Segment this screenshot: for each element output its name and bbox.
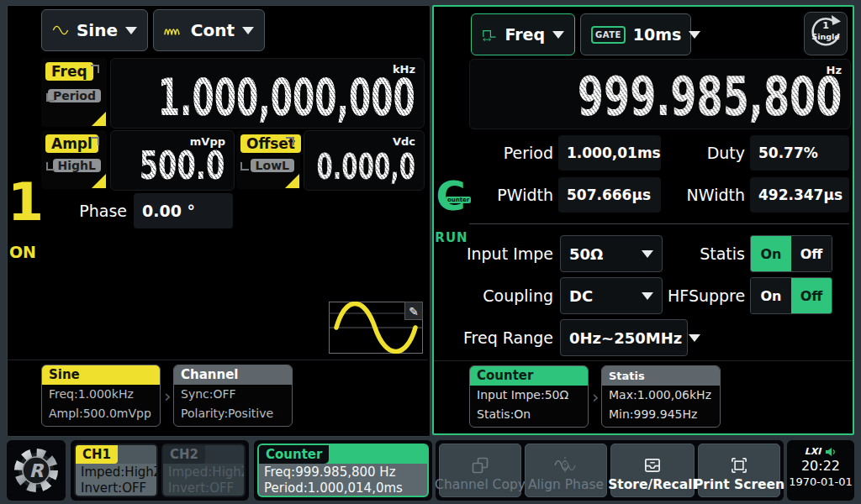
single-count: 1	[822, 20, 829, 31]
gate-time-select[interactable]: GATE 10ms	[580, 13, 691, 55]
input-impedance-label: Input Impe	[457, 235, 553, 272]
channel-number: 1	[8, 176, 38, 229]
divider	[434, 360, 853, 361]
chevron-down-icon	[689, 334, 700, 342]
tab-counter-info[interactable]: Counter Input Impe:50Ω Statis:On	[469, 365, 589, 428]
duty-label: Duty	[678, 134, 745, 171]
store-recall-button[interactable]: Store/Recall	[610, 444, 695, 497]
ampl-highl-softkey[interactable]: Ampl HighL	[41, 130, 107, 189]
corner-bracket	[91, 65, 99, 73]
counter-info-statis: Statis:On	[470, 405, 588, 424]
statis-toggle: On Off	[750, 235, 832, 272]
corner-bracket	[46, 162, 55, 171]
freq-period-softkey[interactable]: Freq Period	[41, 58, 107, 127]
system-date: 1970-01-01	[787, 475, 854, 488]
system-status-box: LXI 20:22 1970-01-01	[787, 440, 854, 501]
speaker-icon	[825, 447, 837, 457]
ch1-tab-label: CH1	[76, 445, 118, 464]
sine-tab-title: Sine	[42, 365, 160, 385]
corner-bracket	[46, 93, 55, 102]
channel-copy-label: Channel Copy	[435, 477, 526, 492]
period-value: 1.000,01ms	[558, 135, 661, 171]
align-phase-icon	[552, 451, 579, 476]
coupling-value: DC	[569, 287, 635, 305]
hfsuppre-off-button[interactable]: Off	[791, 278, 832, 313]
freq-range-select[interactable]: 0Hz~250MHz	[560, 319, 688, 356]
channel-status-group: CH1 Imped:HighZ Invert:OFF CH2 Imped:Hig…	[71, 440, 249, 501]
offset-lowl-softkey[interactable]: Offset LowL	[236, 130, 300, 189]
counter-function-select[interactable]: Freq	[471, 13, 575, 55]
corner-bracket	[286, 137, 294, 145]
channel-info-polarity: Polarity:Positive	[174, 404, 292, 423]
corner-bracket	[91, 137, 99, 145]
rigol-logo[interactable]: R	[13, 447, 60, 497]
chevron-down-icon	[642, 250, 653, 258]
align-phase-label: Align Phase	[528, 477, 604, 492]
lxi-label: LXI	[805, 446, 821, 457]
tab-statis-info[interactable]: Statis Max:1.000,06kHz Min:999.945Hz	[601, 365, 721, 428]
chevron-right-icon: ›	[164, 388, 171, 406]
counter-info-impe: Input Impe:50Ω	[470, 386, 588, 405]
statis-on-button[interactable]: On	[751, 236, 791, 271]
counter-period-readout: Period:1.000,014,0ms	[264, 480, 427, 496]
mode-select-value: Cont	[191, 20, 235, 40]
instrument-screen: 1 ON Sine Cont Freq Period kHz	[0, 0, 861, 504]
duty-value: 50.77%	[750, 135, 849, 171]
freq-value: 1.000,000,000	[158, 72, 415, 123]
print-screen-button[interactable]: Print Screen	[698, 444, 780, 497]
hfsuppre-on-button[interactable]: On	[751, 278, 791, 313]
ampl-value: 500.0	[140, 146, 225, 185]
align-phase-button: Align Phase	[525, 444, 607, 497]
amplitude-display[interactable]: mVpp 500.0	[110, 130, 235, 191]
input-impedance-select[interactable]: 50Ω	[560, 235, 663, 272]
nwidth-value: 492.347µs	[750, 177, 849, 213]
waveform-preview[interactable]: ✎	[329, 302, 423, 354]
corner-bracket	[240, 162, 249, 171]
store-recall-label: Store/Recall	[608, 477, 697, 492]
edit-waveform-icon[interactable]: ✎	[404, 302, 423, 320]
single-trigger-button[interactable]: 1 Single	[804, 12, 848, 55]
channel-info-sync: Sync:OFF	[174, 385, 292, 404]
hfsuppre-label: HFSuppre	[668, 277, 745, 314]
ch2-invert: Invert:OFF	[168, 480, 244, 496]
phase-input[interactable]: 0.00 °	[134, 193, 233, 228]
chevron-right-icon: ›	[592, 389, 599, 407]
divider	[8, 360, 428, 360]
gate-time-value: 10ms	[633, 25, 682, 44]
pwidth-value: 507.666µs	[558, 177, 661, 213]
print-screen-label: Print Screen	[694, 477, 784, 492]
freq-range-label: Freq Range	[457, 319, 553, 356]
input-impedance-value: 50Ω	[569, 245, 635, 263]
ch2-status-button[interactable]: CH2 Imped:HighZ Invert:OFF	[161, 444, 246, 497]
ch1-invert: Invert:OFF	[81, 480, 156, 496]
counter-freq-readout: Freq:999.985,800 Hz	[264, 465, 427, 480]
function-buttons-group: Channel Copy Align Phase Store/Recall	[436, 440, 784, 501]
frequency-display[interactable]: kHz 1.000,000,000	[110, 58, 425, 129]
counter-main-display[interactable]: Hz 999.985,800	[469, 59, 851, 129]
coupling-select[interactable]: DC	[560, 277, 663, 314]
mode-select[interactable]: Cont	[153, 9, 265, 51]
counter-function-value: Freq	[504, 25, 545, 44]
sine-info-freq: Freq:1.000kHz	[42, 385, 160, 404]
coupling-label: Coupling	[457, 277, 553, 314]
divider	[469, 223, 849, 224]
counter-status-button[interactable]: Counter Freq:999.985,800 Hz Period:1.000…	[257, 444, 429, 497]
ch1-status-button[interactable]: CH1 Imped:HighZ Invert:OFF	[74, 444, 158, 497]
statis-info-max: Max:1.000,06kHz	[602, 386, 720, 405]
offset-display[interactable]: Vdc 0.000,0	[304, 130, 425, 191]
counter-tab-title: Counter	[470, 366, 588, 386]
channel-copy-button: Channel Copy	[439, 444, 521, 497]
ch2-tab-label: CH2	[163, 445, 205, 464]
statis-off-button[interactable]: Off	[791, 236, 832, 271]
period-alt-label: Period	[48, 89, 101, 102]
chevron-down-icon	[242, 27, 254, 34]
tab-channel-info[interactable]: Channel Sync:OFF Polarity:Positive	[173, 365, 293, 427]
channel-copy-icon	[469, 451, 491, 476]
toggle-indicator-icon	[92, 112, 106, 126]
counter-panel: C ounter RUN Freq GATE 10ms 1 Single	[432, 5, 854, 435]
sine-info-ampl: Ampl:500.0mVpp	[42, 404, 160, 423]
statis-info-min: Min:999.945Hz	[602, 405, 720, 424]
waveform-select[interactable]: Sine	[41, 9, 148, 51]
tab-sine-info[interactable]: Sine Freq:1.000kHz Ampl:500.0mVpp	[41, 365, 161, 427]
print-screen-icon	[728, 451, 750, 476]
